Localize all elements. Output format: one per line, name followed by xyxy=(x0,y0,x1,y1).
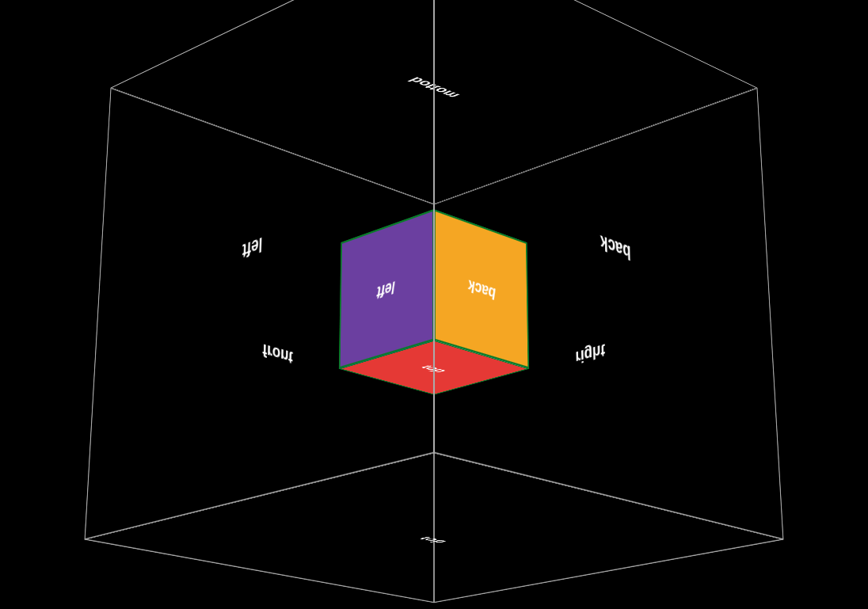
outer-face-back: back xyxy=(434,0,783,539)
outer-cube[interactable]: front back right left top bottom xyxy=(244,15,596,573)
outer-label-back: back xyxy=(600,230,631,264)
outer-label-left: left xyxy=(242,233,262,262)
scene: front back right left top bottom front b… xyxy=(0,0,868,609)
outer-label-top: top xyxy=(415,535,453,543)
outer-face-left: left xyxy=(85,0,434,539)
